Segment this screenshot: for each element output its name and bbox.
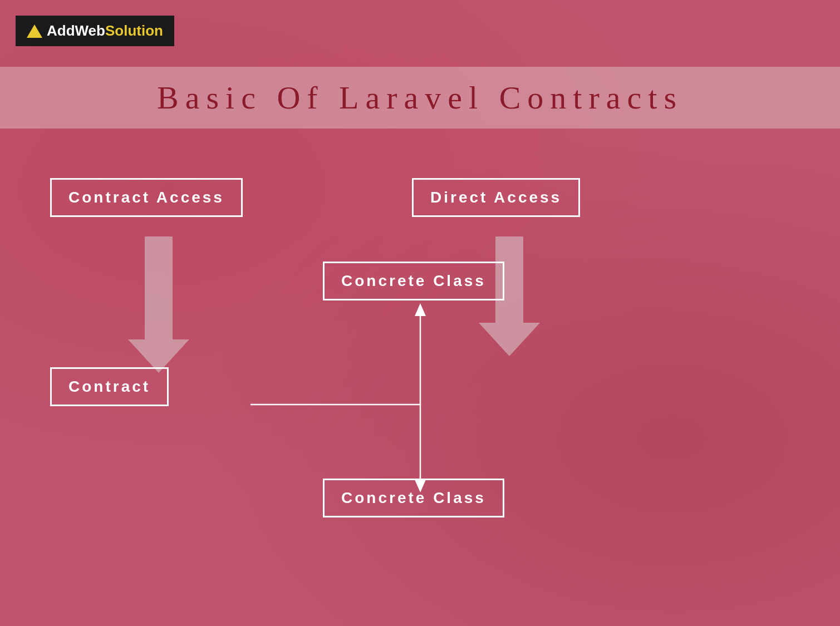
concrete-class-top-label: Concrete Class [341,272,486,289]
arrowhead-up [415,303,426,316]
arrow-contract-access-down [128,236,189,373]
page-content: AddWebSolution Basic Of Laravel Contract… [0,0,840,626]
concrete-class-bottom-label: Concrete Class [341,489,486,506]
logo-brand: AddWeb [47,22,105,39]
contract-access-label: Contract Access [68,189,224,206]
contract-box: Contract [50,367,169,406]
title-banner: Basic Of Laravel Contracts [0,67,840,129]
logo-bar: AddWebSolution [16,16,174,46]
concrete-class-bottom-box: Concrete Class [323,479,504,517]
logo-triangle-icon [27,24,42,38]
logo-highlight: Solution [105,22,163,39]
page-title: Basic Of Laravel Contracts [0,79,840,116]
contract-access-box: Contract Access [50,178,243,217]
direct-access-box: Direct Access [412,178,580,217]
direct-access-label: Direct Access [430,189,562,206]
concrete-class-top-box: Concrete Class [323,262,504,300]
contract-label: Contract [68,378,150,395]
logo-text: AddWebSolution [47,22,163,40]
line-contract-to-concrete [250,312,420,405]
diagram: Contract Access Direct Access Concrete C… [0,134,840,626]
